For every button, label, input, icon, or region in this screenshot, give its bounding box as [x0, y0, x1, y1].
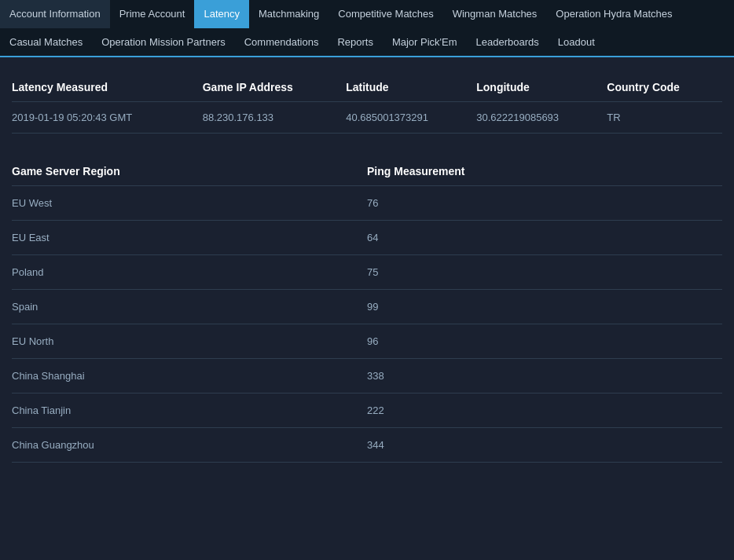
server-cell-ping: 76	[367, 186, 722, 221]
server-cell-ping: 344	[367, 428, 722, 463]
server-col-ping: Ping Measurement	[367, 157, 722, 186]
server-cell-region: EU East	[12, 221, 367, 255]
server-cell-region: China Tianjin	[12, 393, 367, 428]
server-row: EU West76	[12, 186, 722, 221]
nav-tab-casual-matches[interactable]: Casual Matches	[0, 28, 92, 57]
nav-tab-account-information[interactable]: Account Information	[0, 0, 110, 28]
latency-col-country_code: Country Code	[607, 73, 722, 102]
server-row: China Guangzhou344	[12, 428, 722, 463]
latency-row: 2019-01-19 05:20:43 GMT88.230.176.13340.…	[12, 102, 722, 134]
latency-col-longitude: Longitude	[476, 73, 607, 102]
latency-table: Latency MeasuredGame IP AddressLatitudeL…	[12, 73, 722, 134]
nav-tab-operation-mission-partners[interactable]: Operation Mission Partners	[92, 28, 235, 57]
server-cell-ping: 64	[367, 221, 722, 255]
server-cell-ping: 338	[367, 359, 722, 393]
nav-tab-major-pickem[interactable]: Major Pick'Em	[383, 28, 467, 57]
latency-cell-country_code: TR	[607, 102, 722, 134]
server-cell-region: EU West	[12, 186, 367, 221]
latency-cell-game_ip_address: 88.230.176.133	[203, 102, 346, 134]
nav-tab-reports[interactable]: Reports	[328, 28, 383, 57]
nav-tab-matchmaking[interactable]: Matchmaking	[249, 0, 328, 28]
server-cell-ping: 75	[367, 255, 722, 290]
nav-tab-leaderboards[interactable]: Leaderboards	[467, 28, 549, 57]
latency-col-latitude: Latitude	[346, 73, 476, 102]
server-row: China Shanghai338	[12, 359, 722, 393]
server-cell-region: EU North	[12, 324, 367, 359]
main-content: Latency MeasuredGame IP AddressLatitudeL…	[0, 57, 734, 478]
nav-tab-competitive-matches[interactable]: Competitive Matches	[328, 0, 442, 28]
nav-tab-loadout[interactable]: Loadout	[549, 28, 604, 57]
server-row: China Tianjin222	[12, 393, 722, 428]
server-row: EU East64	[12, 221, 722, 255]
server-section: Game Server RegionPing Measurement EU We…	[12, 157, 722, 463]
latency-cell-latitude: 40.685001373291	[346, 102, 476, 134]
latency-col-game_ip_address: Game IP Address	[203, 73, 346, 102]
nav-row-1: Account InformationPrime AccountLatencyM…	[0, 0, 734, 28]
server-cell-ping: 222	[367, 393, 722, 428]
server-table: Game Server RegionPing Measurement EU We…	[12, 157, 722, 463]
latency-col-latency_measured: Latency Measured	[12, 73, 203, 102]
latency-cell-longitude: 30.622219085693	[476, 102, 607, 134]
nav-row-2: Casual MatchesOperation Mission Partners…	[0, 28, 734, 57]
latency-cell-latency_measured: 2019-01-19 05:20:43 GMT	[12, 102, 203, 134]
server-col-region: Game Server Region	[12, 157, 367, 186]
nav-tab-wingman-matches[interactable]: Wingman Matches	[443, 0, 547, 28]
server-cell-region: Poland	[12, 255, 367, 290]
nav-tab-latency[interactable]: Latency	[194, 0, 249, 28]
nav-tab-operation-hydra-matches[interactable]: Operation Hydra Matches	[546, 0, 681, 28]
server-row: Spain99	[12, 290, 722, 324]
nav-tab-prime-account[interactable]: Prime Account	[110, 0, 195, 28]
server-cell-ping: 96	[367, 324, 722, 359]
server-row: Poland75	[12, 255, 722, 290]
server-cell-region: China Guangzhou	[12, 428, 367, 463]
navigation-bar: Account InformationPrime AccountLatencyM…	[0, 0, 734, 57]
server-cell-ping: 99	[367, 290, 722, 324]
server-cell-region: China Shanghai	[12, 359, 367, 393]
server-cell-region: Spain	[12, 290, 367, 324]
server-row: EU North96	[12, 324, 722, 359]
nav-tab-commendations[interactable]: Commendations	[235, 28, 328, 57]
